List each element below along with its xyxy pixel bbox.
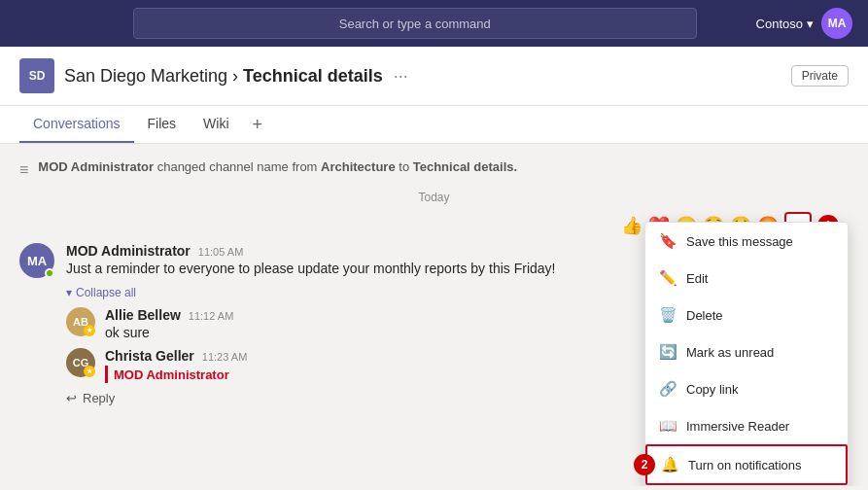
- channel-header: SD San Diego Marketing › Technical detai…: [0, 47, 868, 106]
- system-message-text: MOD Administrator changed channel name f…: [38, 159, 849, 174]
- ctx-edit-label: Edit: [686, 271, 708, 286]
- chat-area: ≡ MOD Administrator changed channel name…: [0, 144, 868, 486]
- top-right: Contoso ▾ MA: [756, 8, 852, 39]
- system-icon: ≡: [19, 161, 28, 179]
- allie-badge: ★: [84, 325, 95, 336]
- private-badge: Private: [791, 65, 849, 87]
- ctx-more-actions[interactable]: More actions ›: [645, 485, 848, 486]
- allie-avatar: AB ★: [66, 307, 95, 336]
- tabs: Conversations Files Wiki +: [0, 106, 868, 144]
- copy-icon: 🔗: [659, 380, 677, 398]
- tab-add-button[interactable]: +: [243, 107, 273, 143]
- team-badge: SD: [19, 58, 54, 93]
- ctx-notifications[interactable]: 🔔 Turn on notifications: [645, 444, 848, 485]
- ctx-immersive[interactable]: 📖 Immersive Reader: [645, 407, 848, 444]
- ctx-delete[interactable]: 🗑️ Delete: [645, 297, 848, 333]
- reply-icon: ↩: [66, 391, 77, 405]
- delete-icon: 🗑️: [659, 306, 677, 324]
- avatar[interactable]: MA: [821, 8, 852, 39]
- notification-icon: 🔔: [661, 456, 678, 473]
- emoji-thumbsup[interactable]: 👍: [621, 215, 642, 236]
- ctx-mark-unread-label: Mark as unread: [686, 345, 774, 360]
- ctx-copy[interactable]: 🔗 Copy link: [645, 370, 848, 407]
- tab-conversations[interactable]: Conversations: [19, 106, 134, 143]
- edit-icon: ✏️: [659, 269, 677, 287]
- ctx-save[interactable]: 🔖 Save this message: [645, 223, 848, 260]
- save-icon: 🔖: [659, 232, 677, 250]
- search-box[interactable]: Search or type a command: [133, 8, 697, 39]
- mod-admin-avatar: MA: [19, 243, 54, 278]
- tab-wiki[interactable]: Wiki: [190, 106, 242, 143]
- collapse-icon: ▾: [66, 286, 72, 299]
- step2-badge: 2: [634, 454, 655, 475]
- ctx-delete-label: Delete: [686, 308, 723, 323]
- top-bar: Search or type a command Contoso ▾ MA: [0, 0, 868, 47]
- mark-unread-icon: 🔄: [659, 343, 677, 361]
- ctx-mark-unread[interactable]: 🔄 Mark as unread: [645, 333, 848, 370]
- christa-avatar: CG ★: [66, 348, 95, 377]
- collapse-label: Collapse all: [76, 286, 136, 299]
- immersive-icon: 📖: [659, 417, 677, 435]
- ctx-notifications-label: Turn on notifications: [688, 458, 802, 472]
- ctx-immersive-label: Immersive Reader: [686, 419, 789, 434]
- search-placeholder: Search or type a command: [339, 17, 491, 31]
- context-menu: 🔖 Save this message ✏️ Edit 🗑️ Delete 🔄 …: [644, 222, 849, 486]
- channel-title-text: San Diego Marketing › Technical details …: [64, 66, 408, 87]
- ctx-edit[interactable]: ✏️ Edit: [645, 260, 848, 297]
- today-label: Today: [19, 191, 849, 204]
- ctx-copy-label: Copy link: [686, 382, 738, 397]
- christa-badge: ★: [84, 366, 95, 377]
- tab-files[interactable]: Files: [134, 106, 191, 143]
- channel-title: SD San Diego Marketing › Technical detai…: [19, 58, 408, 93]
- reply-label: Reply: [83, 391, 115, 405]
- online-indicator: [45, 268, 54, 278]
- ctx-save-label: Save this message: [686, 234, 793, 249]
- system-message: ≡ MOD Administrator changed channel name…: [19, 159, 849, 179]
- org-name[interactable]: Contoso ▾: [756, 17, 814, 31]
